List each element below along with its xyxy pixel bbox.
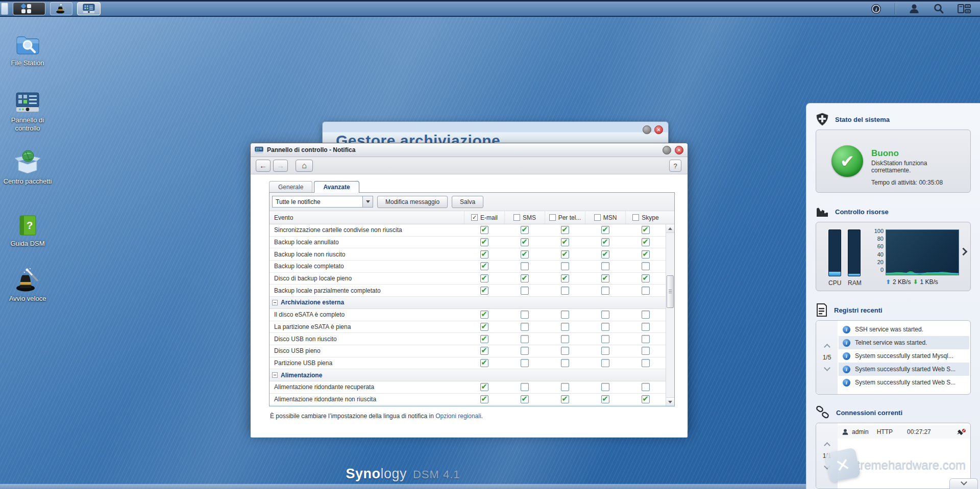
forward-button[interactable]: → (273, 160, 288, 172)
taskbar-item-quick-start[interactable] (50, 2, 72, 15)
table-row[interactable]: La partizione eSATA è piena (270, 321, 666, 333)
taskbar-item-control-panel[interactable] (77, 2, 101, 15)
page-down-icon[interactable] (824, 463, 830, 470)
close-icon[interactable]: ✕ (675, 146, 683, 155)
notification-checkbox[interactable] (521, 395, 529, 403)
notification-checkbox[interactable] (480, 226, 488, 234)
notification-checkbox[interactable] (601, 359, 609, 367)
notification-checkbox[interactable] (561, 226, 569, 234)
notification-checkbox[interactable] (521, 335, 529, 343)
section-row[interactable]: Alimentazione (270, 369, 666, 381)
notification-checkbox[interactable] (601, 226, 609, 234)
notification-checkbox[interactable] (521, 274, 529, 282)
window-titlebar[interactable]: Pannello di controllo - Notifica ✕ (251, 143, 688, 157)
notification-checkbox[interactable] (561, 238, 569, 246)
tab-avanzate[interactable]: Avanzate (314, 181, 359, 193)
collapse-icon[interactable] (272, 372, 278, 378)
notification-checkbox[interactable] (642, 383, 650, 391)
notification-checkbox[interactable] (480, 250, 488, 259)
home-button[interactable]: ⌂ (296, 160, 313, 172)
notification-checkbox[interactable] (521, 347, 529, 355)
table-row[interactable]: Disco USB non riuscito (270, 333, 666, 345)
notification-checkbox[interactable] (642, 238, 650, 246)
table-row[interactable]: Partizione USB piena (270, 357, 666, 370)
desktop-icon-control-panel[interactable]: Pannello di controllo (3, 90, 52, 133)
minimize-button[interactable] (643, 125, 651, 134)
channel-header-checkbox[interactable] (632, 214, 639, 221)
page-down-icon[interactable] (824, 365, 830, 371)
table-row[interactable]: Backup locale completato (270, 261, 666, 273)
section-row[interactable]: Archiviazione esterna (270, 297, 666, 309)
scrollbar-thumb[interactable] (667, 275, 674, 308)
notification-checkbox[interactable] (642, 323, 650, 331)
desktop-icon-file-station[interactable]: File Station (3, 32, 52, 67)
expand-resources-chevron-icon[interactable] (960, 248, 968, 256)
desktop-icon-quick-start[interactable]: Avvio veloce (3, 267, 52, 303)
main-menu-button[interactable] (13, 2, 45, 15)
user-icon[interactable] (909, 3, 920, 14)
notification-checkbox[interactable] (480, 347, 488, 355)
tab-generale[interactable]: Generale (269, 181, 312, 192)
chevron-down-icon[interactable] (362, 196, 373, 207)
channel-header-checkbox[interactable] (549, 214, 556, 221)
notification-checkbox[interactable] (642, 311, 650, 319)
notification-checkbox[interactable] (601, 238, 609, 246)
notification-checkbox[interactable] (561, 359, 569, 367)
notification-checkbox[interactable] (521, 226, 529, 234)
notification-checkbox[interactable] (480, 311, 488, 319)
sidebar-collapse-tab[interactable] (949, 478, 978, 489)
notification-checkbox[interactable] (642, 359, 650, 367)
table-row[interactable]: Backup locale non riuscito (270, 248, 666, 261)
notification-checkbox[interactable] (601, 287, 609, 295)
notification-checkbox[interactable] (521, 250, 529, 259)
channel-header-checkbox[interactable] (513, 214, 520, 221)
notification-checkbox[interactable] (561, 323, 569, 331)
table-row[interactable]: Disco USB pieno (270, 345, 666, 357)
notification-checkbox[interactable] (642, 226, 650, 234)
notification-checkbox[interactable] (601, 383, 609, 391)
vertical-scrollbar[interactable] (666, 224, 674, 406)
close-icon[interactable]: ✕ (654, 125, 663, 134)
notification-checkbox[interactable] (561, 274, 569, 282)
notification-checkbox[interactable] (601, 335, 609, 343)
show-desktop-button[interactable] (1, 3, 8, 15)
regional-options-link[interactable]: Opzioni regionali (435, 413, 481, 420)
notification-checkbox[interactable] (480, 335, 488, 343)
table-row[interactable]: Backup locale parzialmente completato (270, 285, 666, 297)
notification-checkbox[interactable] (480, 383, 488, 391)
notification-checkbox[interactable] (561, 347, 569, 355)
notification-checkbox[interactable] (601, 250, 609, 259)
notification-checkbox[interactable] (642, 287, 650, 295)
desktop-icon-dsm-help[interactable]: ? Guida DSM (3, 213, 52, 248)
notification-checkbox[interactable] (561, 287, 569, 295)
notification-checkbox[interactable] (521, 323, 529, 331)
notification-checkbox[interactable] (521, 383, 529, 391)
disconnect-icon[interactable] (957, 428, 966, 435)
notification-checkbox[interactable] (480, 287, 488, 295)
notification-checkbox[interactable] (601, 274, 609, 282)
back-button[interactable]: ← (256, 160, 271, 172)
notification-checkbox[interactable] (561, 395, 569, 403)
notification-checkbox[interactable] (480, 238, 488, 246)
notification-checkbox[interactable] (561, 335, 569, 343)
notification-checkbox[interactable] (561, 250, 569, 259)
pilot-view-icon[interactable] (958, 4, 971, 14)
notification-checkbox[interactable] (601, 323, 609, 331)
minimize-button[interactable] (663, 146, 671, 155)
help-button[interactable]: ? (669, 160, 681, 172)
notification-checkbox[interactable] (561, 311, 569, 319)
notification-checkbox[interactable] (642, 250, 650, 259)
notification-checkbox[interactable] (561, 383, 569, 391)
notification-checkbox[interactable] (642, 347, 650, 355)
notification-checkbox[interactable] (642, 395, 650, 403)
notification-checkbox[interactable] (642, 262, 650, 270)
notification-filter-select[interactable]: Tutte le notifiche (272, 196, 373, 208)
page-up-icon[interactable] (824, 344, 830, 350)
channel-header-checkbox[interactable] (594, 214, 601, 221)
save-button[interactable]: Salva (452, 196, 483, 208)
notification-checkbox[interactable] (521, 311, 529, 319)
desktop-icon-package-center[interactable]: Centro pacchetti (3, 149, 52, 186)
notification-checkbox[interactable] (642, 274, 650, 282)
table-row[interactable]: Alimentazione ridondante non riuscita (270, 394, 666, 406)
notification-checkbox[interactable] (642, 335, 650, 343)
